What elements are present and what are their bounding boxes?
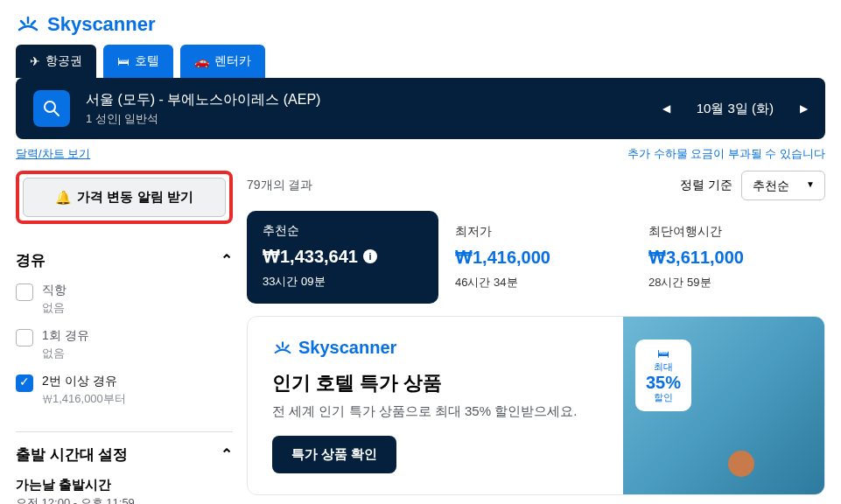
- checkbox-onestop[interactable]: [16, 329, 33, 346]
- price-alert-highlight: 🔔 가격 변동 알림 받기: [16, 171, 233, 224]
- badge-bottom-text: 할인: [646, 391, 681, 404]
- search-icon: [43, 100, 60, 117]
- tab-flights[interactable]: ✈ 항공권: [16, 45, 96, 78]
- badge-percent: 35%: [646, 374, 681, 391]
- promo-logo-text: Skyscanner: [298, 338, 396, 358]
- discount-badge: 🛏 최대 35% 할인: [635, 340, 691, 411]
- option-twoplus-sub: ₩1,416,000부터: [42, 391, 126, 407]
- svg-line-1: [54, 111, 59, 116]
- card-recommended-title: 추천순: [263, 223, 423, 239]
- card-fastest-title: 최단여행시간: [648, 224, 809, 240]
- filter-depart-title: 출발 시간대 설정: [16, 444, 128, 465]
- option-twoplus-label: 2번 이상 경유: [42, 374, 126, 389]
- next-date-arrow[interactable]: ▶: [800, 102, 808, 115]
- depart-go-label: 가는날 출발시간: [16, 477, 233, 494]
- logo-sun-icon: [16, 14, 40, 35]
- filter-option-onestop[interactable]: 1회 경유 없음: [16, 328, 233, 361]
- option-direct-sub: 없음: [42, 300, 67, 316]
- filters-sidebar: 🔔 가격 변동 알림 받기 경유 ⌃ 직항 없음: [16, 171, 233, 504]
- filter-option-direct[interactable]: 직항 없음: [16, 283, 233, 316]
- search-info[interactable]: 서울 (모두) - 부에노스아이레스 (AEP) 1 성인| 일반석: [86, 91, 647, 127]
- filter-option-twoplus[interactable]: 2번 이상 경유 ₩1,416,000부터: [16, 374, 233, 407]
- depart-go-range: 오전 12:00 - 오후 11:59: [16, 495, 233, 504]
- tab-hotels-label: 호텔: [135, 53, 159, 69]
- filter-stops-title: 경유: [16, 250, 46, 270]
- skyscanner-logo[interactable]: Skyscanner: [16, 13, 825, 36]
- search-passengers: 1 성인| 일반석: [86, 111, 647, 127]
- option-direct-label: 직항: [42, 283, 67, 298]
- search-summary-bar: 서울 (모두) - 부에노스아이레스 (AEP) 1 성인| 일반석 ◀ 10월…: [16, 78, 825, 139]
- filter-depart-header[interactable]: 출발 시간대 설정 ⌃: [16, 444, 233, 465]
- chevron-up-icon: ⌃: [221, 251, 233, 270]
- baggage-fee-note: 추가 수하물 요금이 부과될 수 있습니다: [627, 146, 825, 162]
- promo-image: 🛏 최대 35% 할인: [623, 317, 824, 494]
- promo-logo: Skyscanner: [272, 338, 599, 358]
- summary-card-cheapest[interactable]: 최저가 ₩1,416,000 46시간 34분: [438, 211, 632, 304]
- sort-label: 정렬 기준: [680, 178, 732, 193]
- sort-select[interactable]: 추천순: [741, 171, 825, 200]
- tab-cars[interactable]: 🚗 렌터카: [180, 45, 265, 78]
- summary-card-fastest[interactable]: 최단여행시간 ₩3,611,000 28시간 59분: [632, 211, 825, 304]
- search-route: 서울 (모두) - 부에노스아이레스 (AEP): [86, 91, 647, 109]
- option-onestop-label: 1회 경유: [42, 328, 89, 344]
- price-alert-label: 가격 변동 알림 받기: [77, 189, 193, 206]
- tab-hotels[interactable]: 🛏 호텔: [103, 45, 173, 78]
- card-recommended-price: ₩1,433,641: [263, 246, 358, 267]
- date-navigation: ◀ 10월 3일 (화) ▶: [662, 101, 808, 117]
- car-icon: 🚗: [194, 54, 209, 68]
- promo-decoration: [728, 451, 754, 477]
- promo-description: 전 세계 인기 특가 상품으로 최대 35% 할인받으세요.: [272, 403, 599, 420]
- summary-cards: 추천순 ₩1,433,641 i 33시간 09분 최저가 ₩1,416,000…: [247, 211, 825, 304]
- card-cheapest-time: 46시간 34분: [455, 275, 615, 290]
- card-cheapest-title: 최저가: [455, 224, 615, 240]
- logo-text: Skyscanner: [47, 13, 156, 36]
- badge-top-text: 최대: [646, 360, 681, 374]
- promo-cta-button[interactable]: 특가 상품 확인: [272, 436, 396, 473]
- card-cheapest-price: ₩1,416,000: [455, 247, 615, 268]
- product-tabs: ✈ 항공권 🛏 호텔 🚗 렌터카: [0, 45, 841, 78]
- price-alert-button[interactable]: 🔔 가격 변동 알림 받기: [23, 178, 226, 217]
- option-onestop-sub: 없음: [42, 346, 89, 361]
- checkbox-twoplus[interactable]: [16, 374, 33, 392]
- hotel-promo-card: Skyscanner 인기 호텔 특가 상품 전 세계 인기 특가 상품으로 최…: [247, 316, 825, 495]
- logo-sun-icon: [272, 340, 293, 357]
- calendar-chart-link[interactable]: 달력/차트 보기: [16, 146, 90, 162]
- search-button[interactable]: [33, 90, 70, 127]
- checkbox-direct[interactable]: [16, 284, 33, 301]
- card-fastest-time: 28시간 59분: [648, 275, 809, 290]
- bed-icon: 🛏: [117, 54, 130, 68]
- prev-date-arrow[interactable]: ◀: [662, 102, 670, 115]
- filter-depart-time: 출발 시간대 설정 ⌃ 가는날 출발시간 오전 12:00 - 오후 11:59: [16, 432, 233, 504]
- tab-flights-label: 항공권: [46, 53, 82, 69]
- tab-cars-label: 렌터카: [214, 53, 251, 69]
- results-content: 79개의 결과 정렬 기준 추천순 추천순 ₩1,433,641 i 33시간 …: [247, 171, 825, 504]
- summary-card-recommended[interactable]: 추천순 ₩1,433,641 i 33시간 09분: [247, 211, 438, 304]
- info-icon[interactable]: i: [363, 249, 377, 263]
- plane-icon: ✈: [30, 54, 40, 68]
- filter-stops-header[interactable]: 경유 ⌃: [16, 250, 233, 270]
- selected-date: 10월 3일 (화): [697, 101, 774, 117]
- promo-title: 인기 호텔 특가 상품: [272, 370, 599, 396]
- svg-point-0: [45, 102, 55, 112]
- bell-icon: 🔔: [55, 190, 72, 206]
- bed-icon: 🛏: [646, 346, 681, 360]
- result-count: 79개의 결과: [247, 178, 312, 193]
- card-recommended-time: 33시간 09분: [263, 274, 423, 290]
- filter-stops: 경유 ⌃ 직항 없음 1회 경유 없음: [16, 238, 233, 432]
- chevron-up-icon: ⌃: [221, 445, 233, 464]
- card-fastest-price: ₩3,611,000: [648, 247, 809, 268]
